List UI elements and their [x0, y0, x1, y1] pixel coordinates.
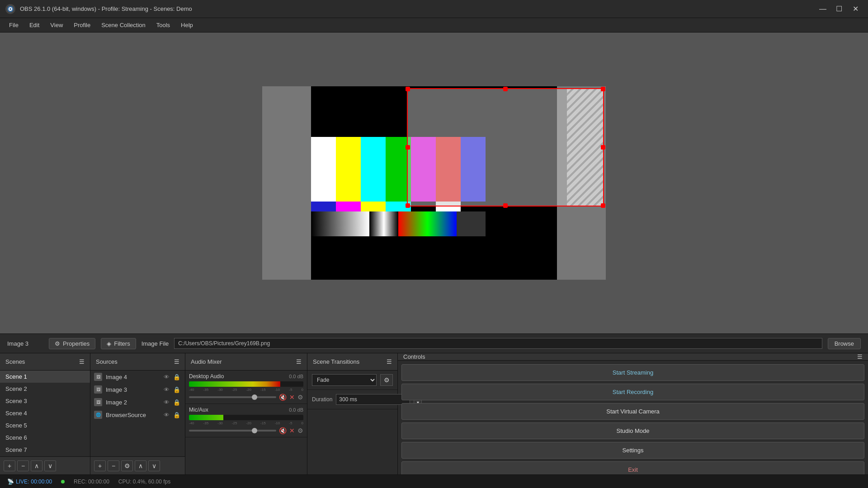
- main-area: Image 3 Properties Filters Image File C:…: [0, 33, 868, 488]
- source-lock-2[interactable]: 🔒: [172, 386, 181, 393]
- sources-title: Sources: [96, 358, 118, 365]
- source-visibility-4[interactable]: 👁: [163, 412, 170, 418]
- source-settings-button[interactable]: ⚙: [121, 460, 133, 471]
- source-visibility-3[interactable]: 👁: [163, 399, 170, 406]
- scene-item-5[interactable]: Scene 5: [0, 419, 90, 432]
- source-visibility-2[interactable]: 👁: [163, 386, 170, 393]
- scene-item-7[interactable]: Scene 7: [0, 444, 90, 456]
- bar-magenta: [411, 137, 436, 202]
- mic-meter-level: [189, 415, 223, 420]
- source-item-1[interactable]: 🖼Image 4👁🔒: [90, 371, 185, 383]
- sources-menu-icon[interactable]: ☰: [174, 358, 179, 365]
- source-lock-3[interactable]: 🔒: [172, 399, 181, 406]
- source-lock-1[interactable]: 🔒: [172, 374, 181, 380]
- settings-button[interactable]: Settings: [401, 442, 864, 459]
- bar-cyan: [361, 137, 386, 202]
- grad2: [369, 211, 398, 236]
- scene-remove-button[interactable]: −: [17, 460, 29, 471]
- desktop-settings-button[interactable]: ⚙: [297, 394, 303, 401]
- audio-header: Audio Mixer ☰: [185, 353, 307, 371]
- start-virtual-camera-button[interactable]: Start Virtual Camera: [401, 403, 864, 420]
- menu-profile[interactable]: Profile: [68, 20, 96, 30]
- start-recording-button[interactable]: Start Recording: [401, 384, 864, 400]
- scene-item-2[interactable]: Scene 2: [0, 383, 90, 395]
- colorbars-bottom: [311, 211, 486, 236]
- handle-tl[interactable]: [406, 87, 410, 91]
- controls-menu-icon[interactable]: ☰: [857, 353, 863, 360]
- start-streaming-button[interactable]: Start Streaming: [401, 364, 864, 381]
- studio-mode-button[interactable]: Studio Mode: [401, 422, 864, 439]
- cpu-status: CPU: 0.4%, 60.00 fps: [118, 479, 170, 485]
- selected-source-name: Image 3: [7, 340, 43, 347]
- source-item-4[interactable]: 🌐BrowserSource👁🔒: [90, 408, 185, 421]
- transition-type-select[interactable]: Fade Cut Swipe Slide Stinger Luma Wipe: [312, 374, 377, 386]
- desktop-mute-button[interactable]: 🔇: [279, 394, 287, 401]
- desktop-audio-db: 0.0 dB: [289, 374, 303, 379]
- mic-aux-channel: Mic/Aux 0.0 dB -40-35-30-25-20-15-10-50 …: [185, 404, 307, 437]
- close-button[interactable]: ✕: [848, 3, 863, 15]
- bar-green: [386, 137, 410, 202]
- minimize-button[interactable]: —: [816, 3, 830, 15]
- scene-add-button[interactable]: +: [4, 460, 15, 471]
- live-status: 📡 LIVE: 00:00:00: [7, 479, 52, 485]
- mic-volume-slider[interactable]: [189, 430, 276, 432]
- menubar: File Edit View Profile Scene Collection …: [0, 18, 868, 33]
- handle-tc[interactable]: [503, 87, 508, 91]
- colorbars-top: [311, 137, 486, 202]
- menu-edit[interactable]: Edit: [24, 20, 45, 30]
- source-item-3[interactable]: 🖼Image 2👁🔒: [90, 396, 185, 408]
- preview-left-grey: [262, 86, 311, 280]
- menu-file[interactable]: File: [4, 20, 24, 30]
- source-down-button[interactable]: ∨: [148, 460, 160, 471]
- scene-item-6[interactable]: Scene 6: [0, 432, 90, 444]
- menu-scene-collection[interactable]: Scene Collection: [96, 20, 151, 30]
- scenes-menu-icon[interactable]: ☰: [79, 358, 85, 365]
- transitions-header: Scene Transitions ☰: [307, 353, 397, 371]
- mic-mute-button[interactable]: 🔇: [279, 427, 287, 434]
- transition-settings-button[interactable]: ⚙: [380, 374, 393, 386]
- maximize-button[interactable]: ☐: [832, 3, 846, 15]
- mic-settings-button[interactable]: ⚙: [297, 427, 303, 434]
- scene-up-button[interactable]: ∧: [31, 460, 42, 471]
- source-add-button[interactable]: +: [94, 460, 106, 471]
- source-visibility-1[interactable]: 👁: [163, 374, 170, 380]
- transitions-menu-icon[interactable]: ☰: [387, 358, 392, 365]
- browse-button[interactable]: Browse: [828, 338, 861, 349]
- properties-button[interactable]: Properties: [49, 338, 95, 349]
- audio-channels: Desktop Audio 0.0 dB -40-35-30-25-20-15-…: [185, 371, 307, 474]
- mic-aux-name: Mic/Aux: [189, 407, 208, 413]
- desktop-volume-slider[interactable]: [189, 396, 276, 398]
- desktop-meter-scale: -40-35-30-25-20-15-10-50: [189, 388, 303, 392]
- scenes-panel: Scenes ☰ Scene 1Scene 2Scene 3Scene 4Sce…: [0, 353, 90, 474]
- image-file-label: Image File: [142, 340, 169, 347]
- scene-item-1[interactable]: Scene 1: [0, 371, 90, 383]
- filters-button[interactable]: Filters: [101, 338, 136, 349]
- mic-meter: [189, 415, 303, 420]
- rec-label: REC:: [74, 479, 87, 485]
- mic-audio-controls: 🔇 ✕ ⚙: [189, 427, 303, 434]
- preview-canvas: [262, 86, 606, 280]
- sources-toolbar: + − ⚙ ∧ ∨: [90, 456, 185, 474]
- source-controls-3: 👁🔒: [163, 399, 181, 406]
- handle-bc[interactable]: [503, 203, 508, 208]
- duration-row: Duration ▲ ▼: [307, 390, 397, 409]
- menu-view[interactable]: View: [45, 20, 68, 30]
- menu-tools[interactable]: Tools: [151, 20, 175, 30]
- scene-down-button[interactable]: ∨: [44, 460, 56, 471]
- source-remove-button[interactable]: −: [108, 460, 119, 471]
- source-controls-2: 👁🔒: [163, 386, 181, 393]
- desktop-meter: [189, 381, 303, 387]
- scene-item-4[interactable]: Scene 4: [0, 407, 90, 419]
- mic-meter-scale: -40-35-30-25-20-15-10-50: [189, 421, 303, 425]
- scene-item-3[interactable]: Scene 3: [0, 395, 90, 407]
- svg-point-2: [9, 8, 11, 10]
- duration-label: Duration: [312, 396, 332, 403]
- bottom-panel: Scenes ☰ Scene 1Scene 2Scene 3Scene 4Sce…: [0, 353, 868, 474]
- source-item-2[interactable]: 🖼Image 3👁🔒: [90, 383, 185, 396]
- bar-red: [436, 137, 461, 202]
- source-up-button[interactable]: ∧: [135, 460, 146, 471]
- controls-panel: Controls ☰ Start Streaming Start Recordi…: [398, 353, 868, 474]
- audio-menu-icon[interactable]: ☰: [296, 358, 302, 365]
- menu-help[interactable]: Help: [175, 20, 198, 30]
- source-lock-4[interactable]: 🔒: [172, 412, 181, 418]
